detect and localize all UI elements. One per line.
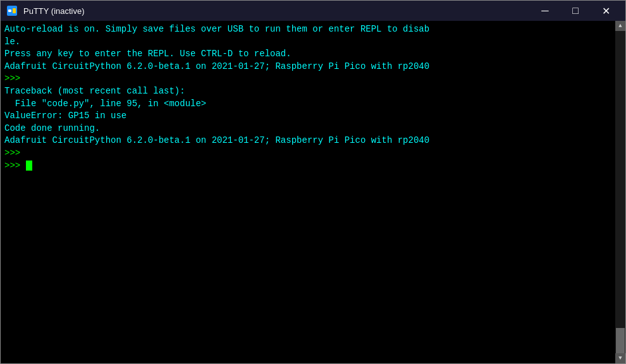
putty-window: PuTTY (inactive) ─ □ ✕ Auto-reload is on… <box>0 0 626 364</box>
terminal-output[interactable]: Auto-reload is on. Simply save files ove… <box>1 21 615 363</box>
terminal-line: >>> <box>4 147 611 160</box>
title-bar-left: PuTTY (inactive) <box>6 4 85 17</box>
window-title: PuTTY (inactive) <box>23 6 85 16</box>
terminal-line: Auto-reload is on. Simply save files ove… <box>4 23 611 36</box>
scroll-down-arrow[interactable]: ▼ <box>615 353 625 363</box>
terminal-line: >>> <box>4 160 611 173</box>
minimize-button[interactable]: ─ <box>531 1 560 21</box>
terminal-line: Traceback (most recent call last): <box>4 85 611 98</box>
scrollbar-track <box>615 31 625 353</box>
terminal-line: Press any key to enter the REPL. Use CTR… <box>4 48 611 61</box>
scroll-up-arrow[interactable]: ▲ <box>615 21 625 31</box>
svg-rect-1 <box>8 9 11 12</box>
terminal-line: Code done running. <box>4 123 611 135</box>
terminal-line: File "code.py", line 95, in <module> <box>4 98 611 111</box>
title-bar: PuTTY (inactive) ─ □ ✕ <box>1 1 625 21</box>
putty-icon <box>6 4 18 17</box>
terminal-line: Adafruit CircuitPython 6.2.0-beta.1 on 2… <box>4 61 611 73</box>
svg-rect-2 <box>13 8 16 13</box>
terminal-body: Auto-reload is on. Simply save files ove… <box>1 21 625 363</box>
close-button[interactable]: ✕ <box>591 1 620 21</box>
scrollbar-thumb[interactable] <box>616 328 625 353</box>
window-controls: ─ □ ✕ <box>531 1 620 21</box>
terminal-line: Adafruit CircuitPython 6.2.0-beta.1 on 2… <box>4 135 611 147</box>
scrollbar[interactable]: ▲ ▼ <box>615 21 625 363</box>
maximize-button[interactable]: □ <box>561 1 590 21</box>
terminal-line: le. <box>4 36 611 49</box>
terminal-line: ValueError: GP15 in use <box>4 110 611 123</box>
terminal-line: >>> <box>4 73 611 85</box>
terminal-cursor <box>26 161 32 171</box>
